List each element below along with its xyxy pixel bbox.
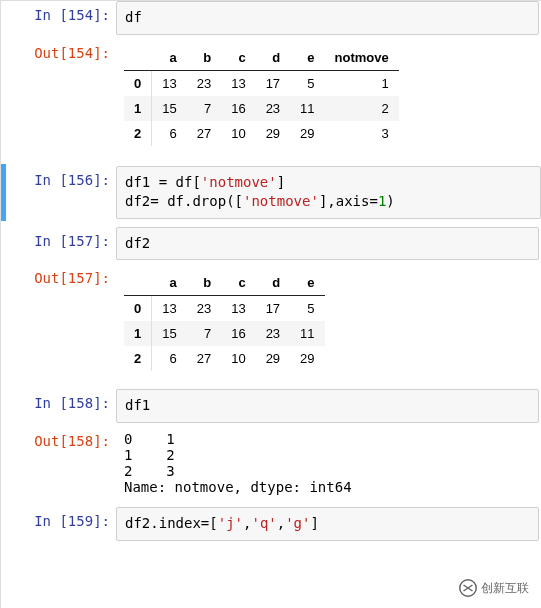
code-cell[interactable]: In [154]: df	[1, 1, 541, 35]
cell: 6	[152, 121, 187, 146]
cell: 29	[290, 121, 324, 146]
table-row: 1 15 7 16 23 11	[124, 321, 325, 346]
string-literal: 'g'	[285, 515, 310, 531]
string-literal: 'q'	[251, 515, 276, 531]
cell: 1	[325, 70, 399, 96]
index-header	[124, 45, 152, 71]
output-prompt: Out[154]:	[1, 39, 116, 160]
code-cell[interactable]: In [157]: df2	[1, 227, 541, 261]
watermark: 创新互联	[455, 578, 533, 598]
col-header: a	[152, 45, 187, 71]
dataframe-table: a b c d e notmove 0 13 23 13 17	[124, 45, 399, 146]
cell: 10	[221, 121, 255, 146]
cell: 16	[221, 321, 255, 346]
input-prompt: In [156]:	[6, 166, 116, 219]
cell: 15	[152, 321, 187, 346]
table-header-row: a b c d e notmove	[124, 45, 399, 71]
code-input[interactable]: df	[116, 1, 539, 35]
output-prompt: Out[157]:	[1, 264, 116, 385]
col-header: e	[290, 45, 324, 71]
cell: 7	[187, 96, 221, 121]
col-header: d	[256, 270, 290, 296]
output-prompt: Out[158]:	[1, 427, 116, 503]
col-header: notmove	[325, 45, 399, 71]
code-text: df	[125, 9, 142, 25]
row-index: 1	[124, 321, 152, 346]
cell: 23	[187, 70, 221, 96]
row-index: 2	[124, 346, 152, 371]
watermark-text: 创新互联	[481, 580, 529, 597]
row-index: 0	[124, 296, 152, 322]
cell: 23	[256, 96, 290, 121]
active-code-cell[interactable]: In [156]: df1 = df['notmove'] df2= df.dr…	[1, 164, 541, 221]
cell: 7	[187, 321, 221, 346]
input-prompt: In [158]:	[1, 389, 116, 423]
cell: 13	[152, 296, 187, 322]
input-prompt: In [159]:	[1, 507, 116, 541]
cell: 27	[187, 346, 221, 371]
watermark-logo-icon	[459, 579, 477, 597]
cell: 3	[325, 121, 399, 146]
output-cell: Out[154]: a b c d e notmove 0	[1, 39, 541, 160]
code-text: df1	[125, 397, 150, 413]
cell: 6	[152, 346, 187, 371]
input-prompt: In [157]:	[1, 227, 116, 261]
code-input[interactable]: df2	[116, 227, 539, 261]
cell: 11	[290, 96, 324, 121]
cell: 13	[221, 70, 255, 96]
code-text: df1 = df[	[125, 174, 201, 190]
code-text: ],axis=	[319, 193, 378, 209]
cell: 17	[256, 296, 290, 322]
code-input[interactable]: df2.index=['j','q','g']	[116, 507, 539, 541]
output-text: 0 1 1 2 2 3 Name: notmove, dtype: int64	[116, 427, 539, 503]
table-row: 0 13 23 13 17 5	[124, 296, 325, 322]
cell: 17	[256, 70, 290, 96]
row-index: 2	[124, 121, 152, 146]
table-row: 2 6 27 10 29 29 3	[124, 121, 399, 146]
code-text: ]	[310, 515, 318, 531]
cell: 29	[256, 121, 290, 146]
input-prompt: In [154]:	[1, 1, 116, 35]
output-cell: Out[158]: 0 1 1 2 2 3 Name: notmove, dty…	[1, 427, 541, 503]
col-header: b	[187, 45, 221, 71]
string-literal: 'j'	[218, 515, 243, 531]
cell: 16	[221, 96, 255, 121]
table-row: 2 6 27 10 29 29	[124, 346, 325, 371]
output-cell: Out[157]: a b c d e 0 13	[1, 264, 541, 385]
index-header	[124, 270, 152, 296]
cell: 29	[290, 346, 324, 371]
cell: 13	[152, 70, 187, 96]
cell: 29	[256, 346, 290, 371]
dataframe-table: a b c d e 0 13 23 13 17 5	[124, 270, 325, 371]
string-literal: 'notmove'	[201, 174, 277, 190]
code-text: df2.index=[	[125, 515, 218, 531]
col-header: e	[290, 270, 324, 296]
row-index: 0	[124, 70, 152, 96]
cell: 13	[221, 296, 255, 322]
code-text: ,	[277, 515, 285, 531]
cell: 23	[256, 321, 290, 346]
table-header-row: a b c d e	[124, 270, 325, 296]
col-header: c	[221, 45, 255, 71]
code-input[interactable]: df1	[116, 389, 539, 423]
table-row: 1 15 7 16 23 11 2	[124, 96, 399, 121]
cell: 2	[325, 96, 399, 121]
col-header: c	[221, 270, 255, 296]
notebook-view: In [154]: df Out[154]: a b c d e notmove	[0, 0, 541, 608]
cell: 5	[290, 296, 324, 322]
col-header: d	[256, 45, 290, 71]
code-text: )	[386, 193, 394, 209]
cell: 5	[290, 70, 324, 96]
cell: 23	[187, 296, 221, 322]
cell: 10	[221, 346, 255, 371]
string-literal: 'notmove'	[243, 193, 319, 209]
col-header: b	[187, 270, 221, 296]
col-header: a	[152, 270, 187, 296]
table-row: 0 13 23 13 17 5 1	[124, 70, 399, 96]
row-index: 1	[124, 96, 152, 121]
code-cell[interactable]: In [159]: df2.index=['j','q','g']	[1, 507, 541, 541]
code-input[interactable]: df1 = df['notmove'] df2= df.drop(['notmo…	[116, 166, 541, 219]
cell: 15	[152, 96, 187, 121]
code-cell[interactable]: In [158]: df1	[1, 389, 541, 423]
cell: 27	[187, 121, 221, 146]
